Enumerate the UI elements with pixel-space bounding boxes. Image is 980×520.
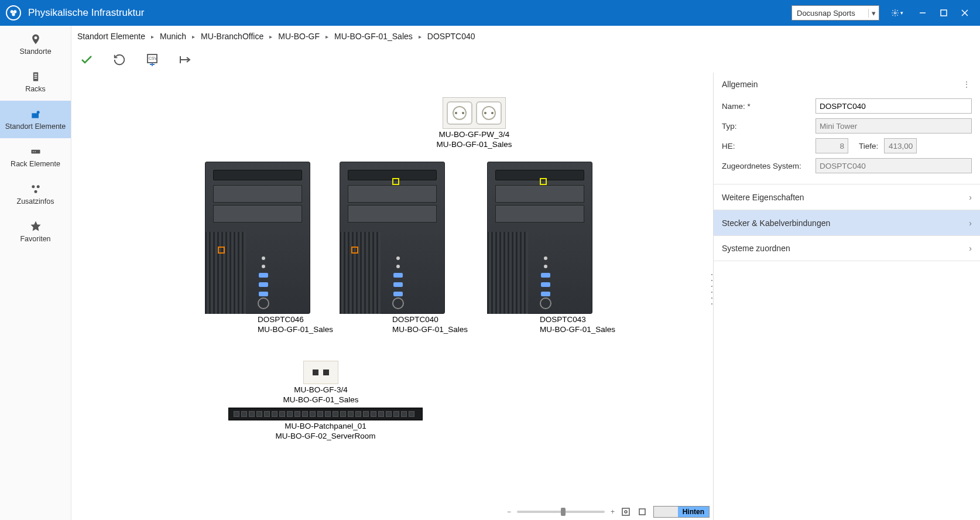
location-pin-icon <box>30 33 42 45</box>
section-title: Allgemein <box>722 80 758 89</box>
chevron-right-icon: › <box>969 218 972 228</box>
svg-rect-9 <box>34 74 37 75</box>
zoom-out-icon[interactable]: − <box>507 508 511 516</box>
nav-racks[interactable]: Racks <box>0 63 71 101</box>
svg-rect-32 <box>639 509 645 515</box>
settings-gear-icon[interactable]: ▾ <box>886 4 907 22</box>
pc-tower[interactable] <box>205 162 310 314</box>
zoom-in-icon[interactable]: + <box>611 508 615 516</box>
power-port-marker[interactable] <box>392 178 399 185</box>
splitter-handle[interactable] <box>710 272 714 307</box>
nav-label: Zusatzinfos <box>17 197 54 206</box>
device-label: MU-BO-Patchpanel_01MU-BO-GF-02_ServerRoo… <box>275 422 375 442</box>
svg-point-3 <box>894 12 896 14</box>
expander-more-properties[interactable]: Weitere Eigenschaften › <box>714 184 980 210</box>
breadcrumb-item[interactable]: MU-BranchOffice <box>201 32 263 41</box>
main-area: Standort Elemente▸ Munich▸ MU-BranchOffi… <box>71 26 980 520</box>
svg-point-16 <box>35 151 36 152</box>
svg-point-19 <box>34 190 37 193</box>
power-outlet[interactable] <box>443 97 506 129</box>
pc-tower[interactable] <box>487 162 592 314</box>
nav-label: Standort Elemente <box>5 122 66 131</box>
info-nodes-icon <box>30 183 42 195</box>
maximize-button[interactable] <box>933 4 954 22</box>
toolbar: CSV <box>71 47 980 73</box>
canvas-footer: − + Vorn Hinten <box>507 505 710 519</box>
zsys-input <box>815 158 972 173</box>
navigate-button[interactable] <box>177 52 193 68</box>
apply-button[interactable] <box>78 52 95 68</box>
toggle-front[interactable]: Vorn <box>654 507 678 517</box>
title-bar: Physikalische Infrastruktur Docusnap Spo… <box>0 0 980 26</box>
refresh-button[interactable] <box>111 52 128 68</box>
nav-standorte[interactable]: Standorte <box>0 26 71 63</box>
nav-standort-elemente[interactable]: Standort Elemente <box>0 101 71 138</box>
network-port-marker[interactable] <box>218 247 225 254</box>
name-input[interactable] <box>815 98 972 114</box>
field-label: Typ: <box>722 122 810 131</box>
export-csv-button[interactable]: CSV <box>144 52 160 68</box>
he-input <box>815 138 848 153</box>
section-general-header: Allgemein ⋮ <box>714 73 980 96</box>
field-typ: Typ: <box>714 116 980 136</box>
device-label: DOSPTC046MU-BO-GF-01_Sales <box>258 315 333 335</box>
svg-point-31 <box>625 511 627 513</box>
actual-size-icon[interactable] <box>637 507 647 517</box>
minimize-button[interactable] <box>912 4 933 22</box>
nav-label: Standorte <box>19 47 51 56</box>
svg-point-1 <box>13 10 16 13</box>
breadcrumb-root[interactable]: Standort Elemente <box>77 32 145 41</box>
zoom-slider[interactable] <box>517 511 605 513</box>
close-button[interactable] <box>954 4 975 22</box>
network-port-marker[interactable] <box>351 247 358 254</box>
rj45-icon <box>323 370 329 375</box>
toggle-back[interactable]: Hinten <box>678 507 709 517</box>
nav-label: Rack Elemente <box>11 160 60 168</box>
expander-cable-connections[interactable]: Stecker & Kabelverbindungen › <box>714 210 980 235</box>
tiefe-input <box>884 138 917 153</box>
tenant-dropdown-value: Docusnap Sports <box>797 9 855 18</box>
breadcrumb-item[interactable]: Munich <box>160 32 186 41</box>
svg-point-0 <box>11 10 13 13</box>
svg-rect-12 <box>32 113 39 118</box>
more-menu-icon[interactable]: ⋮ <box>962 80 972 89</box>
pc-tower[interactable] <box>340 162 445 314</box>
rack-icon <box>30 71 42 83</box>
chevron-right-icon: › <box>969 193 972 202</box>
svg-rect-30 <box>622 508 629 515</box>
front-back-toggle[interactable]: Vorn Hinten <box>653 506 710 518</box>
field-label: Zugeordnetes System: <box>722 162 810 170</box>
field-name: Name: * <box>714 96 980 116</box>
fit-view-icon[interactable] <box>621 507 631 517</box>
window-title: Physikalische Infrastruktur <box>28 7 144 19</box>
chevron-right-icon: › <box>969 244 972 253</box>
svg-point-2 <box>12 13 15 16</box>
svg-point-13 <box>36 111 39 114</box>
expander-assign-systems[interactable]: Systeme zuordnen › <box>714 235 980 261</box>
topology-canvas[interactable]: MU-BO-GF-PW_3/4MU-BO-GF-01_Sales DOSPTC0… <box>71 73 713 520</box>
left-nav: Standorte Racks Standort Elemente Rack E… <box>0 26 71 520</box>
field-he-tiefe: HE: Tiefe: <box>714 136 980 156</box>
patch-panel[interactable] <box>228 408 423 420</box>
nav-rack-elemente[interactable]: Rack Elemente <box>0 138 71 176</box>
breadcrumb-item[interactable]: MU-BO-GF-01_Sales <box>334 32 413 41</box>
field-label: HE: <box>722 142 810 150</box>
building-pin-icon <box>30 108 42 120</box>
power-port-marker[interactable] <box>540 178 547 185</box>
expander-label: Weitere Eigenschaften <box>722 193 804 202</box>
rack-unit-icon <box>30 146 42 158</box>
wall-jack[interactable] <box>303 361 338 384</box>
device-label: MU-BO-GF-3/4MU-BO-GF-01_Sales <box>283 385 358 405</box>
tenant-dropdown[interactable]: Docusnap Sports ▾ <box>791 5 879 20</box>
breadcrumb-current: DOSPTC040 <box>427 32 475 41</box>
chevron-down-icon: ▾ <box>900 10 903 16</box>
svg-text:CSV: CSV <box>149 56 157 60</box>
breadcrumb: Standort Elemente▸ Munich▸ MU-BranchOffi… <box>71 26 980 47</box>
nav-zusatzinfos[interactable]: Zusatzinfos <box>0 176 71 213</box>
breadcrumb-item[interactable]: MU-BO-GF <box>278 32 320 41</box>
nav-label: Favoriten <box>20 235 50 243</box>
typ-input <box>815 118 972 134</box>
nav-favoriten[interactable]: Favoriten <box>0 213 71 251</box>
expander-label: Stecker & Kabelverbindungen <box>722 218 830 228</box>
svg-rect-10 <box>34 76 37 77</box>
